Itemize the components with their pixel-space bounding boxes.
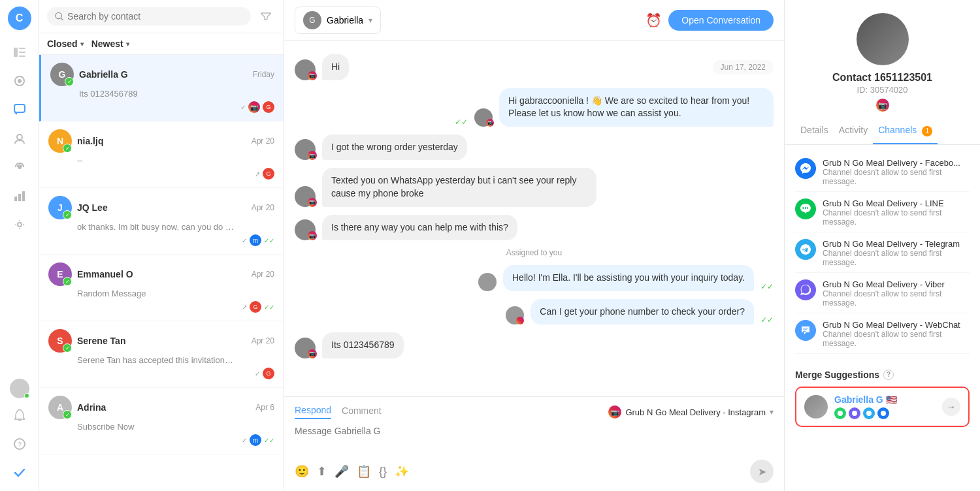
list-item[interactable]: E ✓ Emmanuel O Apr 20 Random Message ↗ G… <box>39 255 284 321</box>
nav-icon-chat[interactable] <box>8 98 31 121</box>
nav-icon-analytics[interactable] <box>8 184 31 208</box>
conv-preview: Random Message <box>77 289 234 298</box>
search-icon <box>55 12 63 21</box>
list-item[interactable]: S ✓ Serene Tan Apr 20 Serene Tan has acc… <box>39 321 284 388</box>
svg-point-7 <box>17 135 22 140</box>
chat-header: G Gabriella ▾ ⏰ Open Conversation <box>284 0 784 41</box>
message-input[interactable] <box>295 426 774 452</box>
svg-point-18 <box>866 411 872 416</box>
ai-icon[interactable]: ✨ <box>395 464 409 479</box>
svg-rect-1 <box>19 48 25 49</box>
online-badge: ✓ <box>63 277 72 286</box>
conv-preview: Its 0123456789 <box>79 89 236 99</box>
contact-name: Serene Tan <box>77 336 125 346</box>
nav-icon-settings[interactable] <box>8 213 31 236</box>
nav-icon-check[interactable] <box>8 461 31 484</box>
channel-name: Grub N Go Meal Delivery - Viber <box>823 279 970 289</box>
tab-details[interactable]: Details <box>795 118 834 144</box>
message-row: 📷 Is there any way you can help me with … <box>295 215 774 241</box>
emoji-icon[interactable]: 🙂 <box>295 464 309 479</box>
nav-icon-help[interactable]: ? <box>8 432 31 456</box>
mic-icon[interactable]: 🎤 <box>335 464 349 479</box>
contact-id: ID: 30574020 <box>857 85 907 95</box>
instagram-badge: 📷 <box>308 231 317 240</box>
channel-item: Grub N Go Meal Delivery - Viber Channel … <box>795 274 970 313</box>
gmail-icon: G <box>263 168 274 180</box>
snooze-icon[interactable]: ⏰ <box>645 12 662 28</box>
channels-badge: 1 <box>922 126 932 136</box>
search-input[interactable] <box>67 11 243 22</box>
contact-name: JQ Lee <box>77 202 108 213</box>
svg-point-5 <box>18 79 22 83</box>
channel-item: Grub N Go Meal Delivery - Facebo... Chan… <box>795 153 970 192</box>
contact-instagram-icon: 📷 <box>876 99 889 112</box>
read-check: ✓ <box>255 370 260 377</box>
instagram-badge <box>516 317 524 325</box>
filter-sort-arrow: ▾ <box>126 40 129 48</box>
svg-rect-0 <box>14 48 18 57</box>
list-item[interactable]: J ✓ JQ Lee Apr 20 ok thanks. Im bit busy… <box>39 188 284 255</box>
nav-icon-home[interactable] <box>8 69 31 93</box>
nav-user-avatar[interactable]: C <box>8 7 31 30</box>
merge-help-icon[interactable]: ? <box>883 370 894 380</box>
nav-icon-contacts[interactable] <box>8 127 31 150</box>
instagram-icon: 📷 <box>248 101 260 113</box>
channel-note: Channel doesn't allow to send first mess… <box>823 249 970 267</box>
filter-sort[interactable]: Newest ▾ <box>91 39 129 49</box>
tab-activity[interactable]: Activity <box>834 118 873 144</box>
merge-avatar <box>804 395 828 419</box>
channel-name: Grub N Go Meal Delivery - Telegram <box>823 239 970 249</box>
tab-respond[interactable]: Respond <box>295 405 331 419</box>
messenger-icon: m <box>250 234 261 246</box>
channel-selector[interactable]: 📷 Grub N Go Meal Delivery - Instagram ▾ <box>608 405 774 419</box>
message-row: 📷 Its 0123456789 <box>295 332 774 358</box>
telegram-channel-icon <box>795 239 816 260</box>
message-row: Hi gabraccooniella ! 👋 We are so excited… <box>295 88 774 127</box>
filter-button[interactable] <box>256 7 276 26</box>
double-check: ✓✓ <box>264 237 274 244</box>
conv-time: Friday <box>253 70 274 79</box>
message-row: ✓✓ Can I get your phone number to check … <box>295 299 774 325</box>
message-bubble: Hi gabraccooniella ! 👋 We are so excited… <box>499 88 774 127</box>
contact-selector[interactable]: G Gabriella ▾ <box>295 7 381 34</box>
nav-icon-notifications[interactable] <box>8 404 31 427</box>
profile-photo <box>857 13 909 65</box>
send-button[interactable]: ➤ <box>750 460 774 483</box>
tab-channels[interactable]: Channels 1 <box>873 118 938 144</box>
agent-avatar <box>478 273 497 291</box>
gmail-icon: G <box>263 368 274 379</box>
date-divider: Jun 17, 2022 <box>713 60 774 74</box>
conv-time: Apr 6 <box>255 403 274 412</box>
variable-icon[interactable]: {} <box>379 465 387 479</box>
filter-status-label: Closed <box>47 39 78 49</box>
avatar: E ✓ <box>48 262 72 286</box>
tab-comment[interactable]: Comment <box>342 405 382 419</box>
template-icon[interactable]: 📋 <box>357 464 371 479</box>
list-item[interactable]: N ✓ nia.ljq Apr 20 -- ↗ G <box>39 121 284 188</box>
upload-icon[interactable]: ⬆ <box>317 464 327 479</box>
list-item[interactable]: G ✓ Gabriella G Friday Its 0123456789 ✓ … <box>39 55 284 121</box>
svg-point-16 <box>838 411 843 416</box>
double-check: ✓✓ <box>264 304 274 311</box>
chat-header-actions: ⏰ Open Conversation <box>645 10 774 31</box>
channel-info: Grub N Go Meal Delivery - LINE Channel d… <box>823 198 970 227</box>
svg-rect-3 <box>19 55 25 57</box>
filter-status[interactable]: Closed ▾ <box>47 39 84 49</box>
channel-dropdown-arrow: ▾ <box>770 407 774 417</box>
list-item[interactable]: A ✓ Adrina Apr 6 Subscribe Now ✓ m ✓✓ <box>39 388 284 454</box>
channel-info: Grub N Go Meal Delivery - Telegram Chann… <box>823 239 970 267</box>
svg-rect-10 <box>18 194 21 201</box>
chat-area: G Gabriella ▾ ⏰ Open Conversation 📷 Hi J… <box>284 0 784 491</box>
conv-preview: ok thanks. Im bit busy now, can you do t… <box>77 222 234 232</box>
open-conversation-button[interactable]: Open Conversation <box>668 10 774 31</box>
search-box[interactable] <box>47 7 251 25</box>
svg-rect-2 <box>19 52 25 53</box>
messenger-channel-icon <box>795 158 816 179</box>
sender-avatar: 📷 <box>295 139 316 160</box>
nav-icon-sidebar[interactable] <box>8 40 31 64</box>
nav-icon-broadcast[interactable] <box>8 155 31 179</box>
merge-card: Gabriella G 🇺🇸 → <box>795 387 970 427</box>
message-bubble: Hello! I'm Ella. I'll be assisting you w… <box>503 265 754 291</box>
conv-preview: Serene Tan has accepted this invitation.… <box>77 355 234 365</box>
merge-arrow-button[interactable]: → <box>942 398 960 416</box>
